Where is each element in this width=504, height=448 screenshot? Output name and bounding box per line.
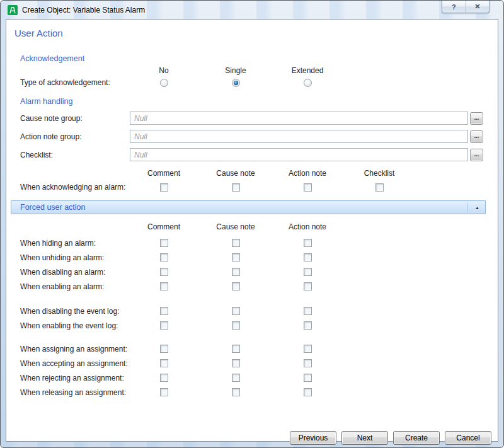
expander-arrow-box: ▲ xyxy=(467,203,479,212)
column-header-cause-note: Cause note xyxy=(200,222,272,231)
checkbox-cause-note[interactable] xyxy=(232,321,240,330)
section-heading-acknowledgement: Acknowledgement xyxy=(20,54,498,64)
field-row-action-note-group: Action note group: ... xyxy=(20,130,483,143)
column-header-single: Single xyxy=(200,66,272,75)
row-label: When releasing an assignment: xyxy=(20,388,128,397)
title-bar[interactable]: Create Object: Variable Status Alarm xyxy=(1,1,503,19)
checkbox-action-note[interactable] xyxy=(304,183,312,192)
collapse-arrow-icon[interactable]: ▲ xyxy=(475,205,479,210)
row-when-disabling-an-alarm: When disabling an alarm: xyxy=(20,265,498,279)
checkbox-checklist[interactable] xyxy=(375,183,384,192)
checkbox-comment[interactable] xyxy=(160,374,168,382)
help-button[interactable]: ? xyxy=(442,1,466,13)
field-row-checklist: Checklist: ... xyxy=(20,148,483,161)
checkbox-cause-note[interactable] xyxy=(232,345,240,353)
column-header-checklist: Checklist xyxy=(343,169,415,178)
row-when-enabling-the-event-log: When enabling the event log: xyxy=(20,318,498,333)
checkbox-action-note[interactable] xyxy=(304,282,312,290)
help-icon: ? xyxy=(452,3,456,11)
row-when-disabling-the-event-log: When disabling the event log: xyxy=(20,304,498,318)
row-label: When acknowledging an alarm: xyxy=(20,183,128,192)
row-label: When hiding an alarm: xyxy=(20,239,128,248)
row-label: Type of acknowledgement: xyxy=(20,78,128,87)
checkbox-action-note[interactable] xyxy=(304,388,312,396)
ack-column-headers: No Single Extended xyxy=(20,66,498,76)
checklist-input[interactable] xyxy=(130,148,468,161)
cause-note-group-browse-button[interactable]: ... xyxy=(470,112,483,125)
row-label: When disabling the event log: xyxy=(20,307,128,316)
checkbox-cause-note[interactable] xyxy=(232,388,240,396)
dialog-client-area: User Action Acknowledgement No Single Ex… xyxy=(6,19,498,442)
previous-button[interactable]: Previous xyxy=(290,431,336,445)
checkbox-action-note[interactable] xyxy=(304,359,312,367)
row-label: When enabling an alarm: xyxy=(20,282,128,291)
checkbox-comment[interactable] xyxy=(160,239,168,247)
cancel-button[interactable]: Cancel xyxy=(445,431,491,445)
column-header-comment: Comment xyxy=(128,169,200,178)
column-header-action-note: Action note xyxy=(272,222,343,231)
window-title: Create Object: Variable Status Alarm xyxy=(22,6,145,14)
row-label: When enabling the event log: xyxy=(20,321,128,330)
checkbox-action-note[interactable] xyxy=(304,374,312,382)
dialog-window: Create Object: Variable Status Alarm ? ✕… xyxy=(0,0,504,448)
checkbox-cause-note[interactable] xyxy=(232,239,240,247)
checkbox-cause-note[interactable] xyxy=(232,253,240,261)
row-when-rejecting-an-assignment: When rejecting an assignment: xyxy=(20,370,498,385)
checkbox-action-note[interactable] xyxy=(304,268,312,276)
checkbox-comment[interactable] xyxy=(160,388,168,396)
row-when-enabling-an-alarm: When enabling an alarm: xyxy=(20,279,498,294)
field-row-cause-note-group: Cause note group: ... xyxy=(20,112,483,125)
checkbox-cause-note[interactable] xyxy=(232,282,240,290)
checkbox-cause-note[interactable] xyxy=(232,183,240,192)
action-note-group-input[interactable] xyxy=(130,130,468,143)
checklist-browse-button[interactable]: ... xyxy=(470,149,483,161)
checkbox-action-note[interactable] xyxy=(304,345,312,353)
row-label: When assigning an assignment: xyxy=(20,345,128,353)
checkbox-comment[interactable] xyxy=(160,268,168,276)
checkbox-comment[interactable] xyxy=(160,359,168,367)
next-button[interactable]: Next xyxy=(341,431,388,445)
field-label: Cause note group: xyxy=(20,114,130,123)
checkbox-cause-note[interactable] xyxy=(232,374,240,382)
field-label: Checklist: xyxy=(20,151,130,159)
field-label: Action note group: xyxy=(20,132,130,141)
checkbox-comment[interactable] xyxy=(160,307,168,315)
row-type-of-acknowledgement: Type of acknowledgement: xyxy=(20,76,498,89)
radio-extended[interactable] xyxy=(304,79,312,87)
caption-button-group: ? ✕ xyxy=(442,1,490,13)
action-note-group-browse-button[interactable]: ... xyxy=(470,130,483,143)
row-when-acknowledging-an-alarm: When acknowledging an alarm: xyxy=(20,181,498,193)
close-button[interactable]: ✕ xyxy=(466,1,490,13)
cause-note-group-input[interactable] xyxy=(130,112,468,125)
row-when-releasing-an-assignment: When releasing an assignment: xyxy=(20,385,498,399)
checkbox-action-note[interactable] xyxy=(304,239,312,247)
row-when-assigning-an-assignment: When assigning an assignment: xyxy=(20,342,498,356)
checkbox-cause-note[interactable] xyxy=(232,359,240,367)
checkbox-action-note[interactable] xyxy=(304,253,312,261)
radio-single[interactable] xyxy=(232,79,240,87)
radio-no[interactable] xyxy=(160,79,168,87)
checkbox-comment[interactable] xyxy=(160,183,168,192)
row-when-accepting-an-assignment: When accepting an assignment: xyxy=(20,356,498,370)
checkbox-action-note[interactable] xyxy=(304,321,312,330)
column-header-cause-note: Cause note xyxy=(200,169,272,178)
checkbox-comment[interactable] xyxy=(160,282,168,290)
checkbox-cause-note[interactable] xyxy=(232,268,240,276)
row-label: When accepting an assignment: xyxy=(20,359,128,368)
checkbox-comment[interactable] xyxy=(160,321,168,330)
row-when-hiding-an-alarm: When hiding an alarm: xyxy=(20,236,498,250)
checkbox-action-note[interactable] xyxy=(304,307,312,315)
checkbox-comment[interactable] xyxy=(160,345,168,353)
app-icon[interactable] xyxy=(8,5,18,15)
column-header-no: No xyxy=(128,66,200,75)
page-title: User Action xyxy=(14,28,498,39)
checkbox-comment[interactable] xyxy=(160,253,168,261)
checkbox-cause-note[interactable] xyxy=(232,307,240,315)
column-header-action-note: Action note xyxy=(272,169,343,178)
row-label: When unhiding an alarm: xyxy=(20,253,128,262)
column-header-comment: Comment xyxy=(128,222,200,231)
forced-user-action-expander[interactable]: Forced user action ▲ xyxy=(11,200,486,214)
create-button[interactable]: Create xyxy=(393,431,440,445)
close-icon: ✕ xyxy=(474,3,480,11)
row-when-unhiding-an-alarm: When unhiding an alarm: xyxy=(20,250,498,265)
